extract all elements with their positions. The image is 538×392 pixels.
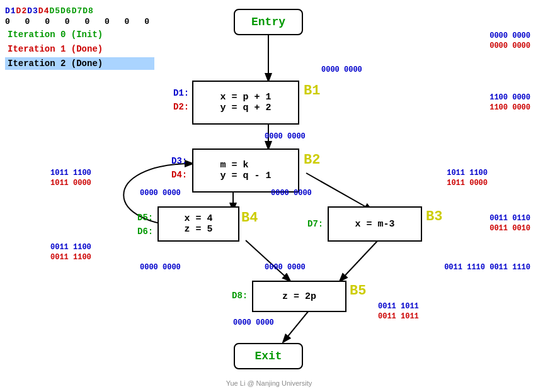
b2-d3: D3: — [171, 156, 187, 166]
b4-line2: z = 5 — [184, 224, 212, 235]
ann-b2-right-1: 1011 1100 — [447, 169, 488, 177]
iter-2: Iteration 2 (Done) — [5, 57, 154, 70]
b2-line1: m = k — [220, 160, 271, 171]
b4-d6: D6: — [137, 227, 153, 237]
left-panel: D1D2D3D4D5D6D7D8 0 0 0 0 0 0 0 0 Iterati… — [5, 6, 154, 70]
b4-d5: D5: — [137, 213, 153, 223]
ann-b2-left-3: 0000 0000 — [140, 189, 181, 198]
def-line-1: D1D2D3D4D5D6D7D8 — [5, 6, 154, 16]
ann-b4-left-2: 0011 1100 — [50, 253, 91, 262]
node-b4: x = 4 z = 5 — [157, 206, 239, 242]
ann-b4-left-1: 0011 1100 — [50, 243, 91, 252]
ann-b2-right-2: 1011 0000 — [447, 179, 488, 188]
ann-entry-right-top-1: 0000 0000 — [489, 31, 530, 40]
b5-label: B5 — [350, 283, 366, 299]
diagram-container: D1D2D3D4D5D6D7D8 0 0 0 0 0 0 0 0 Iterati… — [0, 0, 538, 392]
ann-b2-top: 0000 0000 — [265, 132, 306, 141]
node-b3: x = m-3 — [328, 206, 422, 242]
ann-b2-left-2: 1011 0000 — [50, 179, 91, 188]
ann-b5-top-1: 0000 0000 — [265, 263, 306, 272]
iter-1: Iteration 1 (Done) — [5, 43, 154, 55]
b3-label: B3 — [426, 209, 442, 225]
b2-label: B2 — [304, 152, 320, 168]
b1-label: B1 — [304, 83, 320, 99]
node-exit: Exit — [234, 343, 303, 369]
def-zeros: 0 0 0 0 0 0 0 0 — [5, 17, 154, 26]
node-entry: Entry — [234, 9, 303, 35]
node-b2: m = k y = q - 1 — [192, 148, 299, 193]
ann-b5-bottom: 0000 0000 — [233, 318, 274, 327]
footer: Yue Li @ Nanjing University — [226, 379, 312, 387]
svg-line-5 — [246, 240, 290, 281]
b5-line1: z = 2p — [282, 291, 316, 302]
b3-line1: x = m-3 — [355, 219, 394, 230]
b1-line2: y = q + 2 — [220, 103, 271, 113]
node-b5: z = 2p — [252, 281, 346, 312]
ann-b3-right-3: 0011 1110 0011 1110 — [444, 263, 530, 272]
b2-d4: D4: — [171, 170, 187, 180]
ann-b4-left-3: 0000 0000 — [140, 263, 181, 272]
exit-label: Exit — [255, 350, 282, 362]
ann-b1-right-2: 1100 0000 — [489, 103, 530, 112]
b2-line2: y = q - 1 — [220, 171, 271, 181]
b1-line1: x = p + 1 — [220, 92, 271, 103]
svg-line-6 — [283, 311, 309, 342]
b5-d8: D8: — [232, 291, 248, 301]
svg-line-4 — [340, 240, 378, 281]
ann-b1-top: 0000 0000 — [321, 65, 362, 74]
ann-b2-right-3: 0000 0000 — [271, 189, 312, 198]
ann-b3-right-1: 0011 0110 — [489, 214, 530, 223]
b3-d7: D7: — [307, 219, 323, 229]
ann-entry-right-top-2: 0000 0000 — [489, 42, 530, 50]
ann-b1-right-1: 1100 0000 — [489, 93, 530, 102]
iter-0: Iteration 0 (Init) — [5, 28, 154, 41]
node-b1: x = p + 1 y = q + 2 — [192, 81, 299, 125]
b1-d1: D1: — [173, 88, 189, 98]
svg-line-2 — [306, 173, 372, 210]
ann-b3-right-2: 0011 0010 — [489, 224, 530, 233]
b1-d2: D2: — [173, 102, 189, 112]
ann-b2-left-1: 1011 1100 — [50, 169, 91, 177]
entry-label: Entry — [251, 16, 285, 28]
ann-b5-right-1: 0011 1011 — [378, 302, 419, 311]
b4-label: B4 — [241, 210, 258, 226]
ann-b5-right-2: 0011 1011 — [378, 312, 419, 321]
b4-line1: x = 4 — [184, 213, 212, 224]
